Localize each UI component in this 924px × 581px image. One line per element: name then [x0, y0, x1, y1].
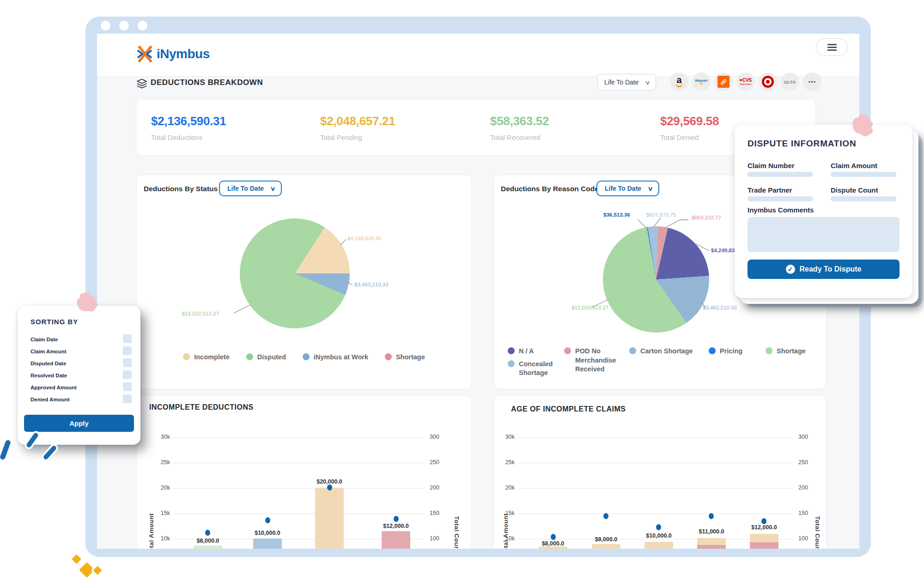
legend-item[interactable]: Incomplete	[183, 353, 230, 362]
sort-option-claim-date: Claim Date	[30, 337, 58, 342]
stat-value: $2,048,657.21	[320, 114, 395, 128]
count-dot[interactable]	[265, 517, 270, 523]
sort-checkbox-resolved-date[interactable]	[123, 370, 132, 379]
y-axis-label: Total Amount	[148, 493, 157, 549]
legend-item[interactable]: iNymbus at Work	[303, 353, 368, 362]
field-value-dispute-count	[831, 196, 896, 201]
bar-10000[interactable]	[644, 542, 673, 549]
legend-item[interactable]: Shortage	[385, 353, 425, 362]
ready-to-dispute-button[interactable]: ✓ Ready To Dispute	[748, 260, 900, 279]
global-date-filter-value: Life To Date	[604, 79, 638, 86]
bar-10000[interactable]	[253, 539, 282, 549]
stat-label: Total Deductions	[151, 133, 226, 141]
legend-item[interactable]: Carton Shortage	[629, 347, 693, 356]
y-tick: 25k	[150, 459, 170, 466]
legend-item[interactable]: Pricing	[709, 347, 742, 356]
gridline	[518, 437, 793, 438]
pie-label-inymbus-at-work: $3,463,210.33	[354, 282, 389, 287]
legend-swatch	[246, 353, 253, 360]
stat-total-recovered: $58,363.52 Total Recovered	[490, 114, 549, 141]
reason-date-filter-dropdown[interactable]: Life To Date ∨	[596, 181, 659, 196]
sorting-panel: SORTING BY Claim Date Claim Amount Dispu…	[18, 306, 140, 445]
legend-swatch	[508, 360, 515, 367]
hamburger-icon	[827, 44, 837, 45]
y2-tick: 100	[430, 535, 439, 542]
sort-checkbox-claim-date[interactable]	[123, 334, 132, 343]
legend-item[interactable]: N / A	[508, 347, 556, 356]
bar-12000-stack[interactable]	[750, 542, 778, 549]
pie-label-pricing: $36,513.36	[603, 212, 630, 218]
bar-value-label: $11,000.0	[686, 528, 737, 535]
stat-value: $29,569.58	[660, 114, 719, 128]
bar-20000[interactable]	[315, 488, 344, 549]
bar-value-label: $10,000.0	[242, 530, 293, 536]
pie-label-pod: $669,232.77	[692, 215, 721, 220]
y-axis-label: Total Amount	[502, 493, 511, 549]
pie-label-disputed: $12,032,513.27	[182, 311, 219, 316]
field-value-trade-partner	[748, 196, 813, 201]
retailer-ulta-button[interactable]: ULTA	[781, 73, 799, 91]
gridline	[518, 463, 793, 463]
home-depot-icon: HD	[717, 76, 729, 88]
count-dot[interactable]	[551, 534, 556, 540]
legend-item[interactable]: Shortage	[766, 347, 806, 356]
age-of-incomplete-claims-card: AGE OF INCOMPLETE CLAIMS 30k 25k 20k 15k…	[494, 396, 826, 549]
more-retailers-button[interactable]: •••	[803, 73, 821, 91]
status-pie-chart[interactable]	[240, 218, 350, 328]
count-dot[interactable]	[656, 524, 661, 530]
reason-pie-chart[interactable]	[603, 226, 709, 333]
legend-swatch	[183, 353, 190, 360]
count-dot[interactable]	[761, 518, 766, 524]
bar-value-label: $12,000.0	[739, 524, 790, 531]
bar-value-label: $20,000.0	[304, 478, 355, 485]
page-title: DEDUCTIONS BREAKDOWN	[151, 78, 263, 87]
hamburger-menu-button[interactable]	[816, 38, 848, 56]
sort-checkbox-denied-amount[interactable]	[123, 394, 132, 403]
card-title: Deductions By Status	[144, 185, 218, 193]
bar-value-label: $12,000.0	[371, 523, 421, 529]
sort-checkbox-claim-amount[interactable]	[123, 346, 132, 355]
status-date-filter-dropdown[interactable]: Life To Date ∨	[219, 181, 282, 196]
apply-button[interactable]: Apply	[24, 415, 134, 432]
retailer-home-depot-button[interactable]: HD	[714, 73, 733, 91]
comments-label: Inymbus Comments	[748, 206, 814, 214]
stats-summary-card: $2,136,590.31 Total Deductions $2,048,65…	[136, 99, 815, 156]
brand-logo[interactable]: iNymbus	[136, 46, 210, 62]
stat-label: Total Recovered	[490, 133, 549, 141]
retailer-amazon-button[interactable]: a	[670, 73, 688, 91]
legend-item[interactable]: POD No Merchandise Received	[564, 347, 621, 374]
retailer-walmart-button[interactable]: Walmart ✱	[692, 73, 711, 91]
pie-label-concealed-shortage: $637,873.75	[646, 212, 676, 218]
bar-12000[interactable]	[382, 531, 410, 549]
retailer-cvs-button[interactable]: ♥CVS pharmacy	[736, 73, 755, 91]
y-tick: 20k	[496, 484, 515, 491]
count-dot[interactable]	[394, 516, 399, 522]
yellow-sparkle-decoration	[72, 554, 81, 564]
bar-9000[interactable]	[592, 544, 620, 549]
card-title: INCOMPLETE DEDUCTIONS	[149, 403, 254, 412]
legend-item[interactable]: Concealed Shortage	[508, 360, 556, 378]
sort-checkbox-disputed-date[interactable]	[123, 358, 132, 367]
count-dot[interactable]	[205, 530, 210, 536]
legend-item[interactable]: Disputed	[246, 353, 286, 362]
retailer-target-button[interactable]	[759, 73, 777, 91]
y2-tick: 200	[430, 484, 439, 491]
top-bar: iNymbus	[97, 34, 859, 77]
y2-tick: 150	[430, 510, 439, 516]
bar-11000-stack[interactable]	[697, 545, 726, 549]
bar-8000[interactable]	[194, 545, 222, 549]
global-date-filter-dropdown[interactable]: Life To Date ∨	[597, 74, 656, 91]
ulta-icon: ULTA	[784, 79, 796, 85]
legend-swatch	[385, 353, 392, 360]
count-dot[interactable]	[327, 484, 332, 490]
y2-tick: 250	[798, 459, 808, 466]
y-tick: 30k	[150, 434, 170, 440]
count-dot[interactable]	[709, 513, 714, 519]
count-dot[interactable]	[603, 513, 608, 519]
y-tick: 20k	[150, 484, 170, 491]
sorting-panel-title: SORTING BY	[30, 318, 78, 326]
legend-swatch	[629, 347, 636, 354]
comments-textarea[interactable]	[748, 217, 900, 252]
sort-checkbox-approved-amount[interactable]	[123, 382, 132, 391]
stat-label: Total Denied	[660, 133, 719, 141]
